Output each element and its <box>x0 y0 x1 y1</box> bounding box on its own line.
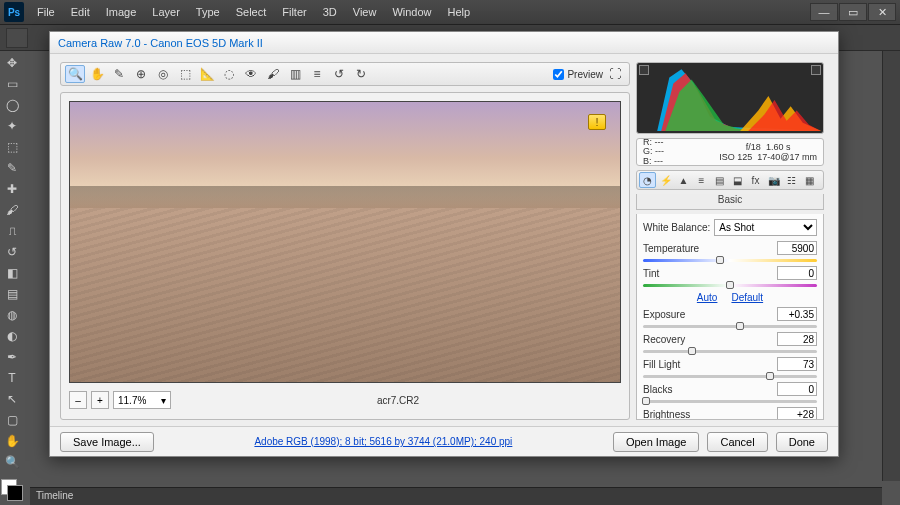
shadow-clip-icon[interactable] <box>639 65 649 75</box>
shape-tool-icon[interactable]: ▢ <box>1 410 23 430</box>
gradient-tool-icon[interactable]: ▤ <box>1 284 23 304</box>
rotate-cw-icon[interactable]: ↻ <box>351 65 371 83</box>
brush-tool-icon[interactable]: 🖌 <box>1 200 23 220</box>
brightness-slider[interactable]: Brightness <box>643 407 817 420</box>
cancel-button[interactable]: Cancel <box>707 432 767 452</box>
blacks-input[interactable] <box>777 382 817 396</box>
straighten-icon[interactable]: 📐 <box>197 65 217 83</box>
fullscreen-icon[interactable]: ⛶ <box>605 65 625 83</box>
blacks-slider[interactable]: Blacks <box>643 382 817 405</box>
blur-tool-icon[interactable]: ◍ <box>1 305 23 325</box>
menu-type[interactable]: Type <box>189 3 227 21</box>
crop-tool-icon[interactable]: ⬚ <box>1 137 23 157</box>
exposure-input[interactable] <box>777 307 817 321</box>
tools-panel: ✥ ▭ ◯ ✦ ⬚ ✎ ✚ 🖌 ⎍ ↺ ◧ ▤ ◍ ◐ ✒ T ↖ ▢ ✋ 🔍 <box>0 51 26 503</box>
temperature-slider[interactable]: Temperature <box>643 241 817 264</box>
workflow-link[interactable]: Adobe RGB (1998); 8 bit; 5616 by 3744 (2… <box>254 436 512 447</box>
dodge-tool-icon[interactable]: ◐ <box>1 326 23 346</box>
tint-slider[interactable]: Tint <box>643 266 817 289</box>
zoom-dropdown[interactable]: 11.7%▾ <box>113 391 171 409</box>
wand-tool-icon[interactable]: ✦ <box>1 116 23 136</box>
adjust-brush-icon[interactable]: 🖌 <box>263 65 283 83</box>
marquee-tool-icon[interactable]: ▭ <box>1 74 23 94</box>
menu-select[interactable]: Select <box>229 3 274 21</box>
target-adjust-icon[interactable]: ◎ <box>153 65 173 83</box>
menu-file[interactable]: File <box>30 3 62 21</box>
highlight-clip-icon[interactable] <box>811 65 821 75</box>
brightness-input[interactable] <box>777 407 817 420</box>
menu-view[interactable]: View <box>346 3 384 21</box>
default-link[interactable]: Default <box>731 292 763 303</box>
tab-snapshots-icon[interactable]: ▦ <box>801 172 818 188</box>
tab-detail-icon[interactable]: ▲ <box>675 172 692 188</box>
zoom-in-button[interactable]: + <box>91 391 109 409</box>
histogram[interactable] <box>636 62 824 134</box>
zoom-out-button[interactable]: – <box>69 391 87 409</box>
hand-tool-icon[interactable]: ✋ <box>1 431 23 451</box>
pen-tool-icon[interactable]: ✒ <box>1 347 23 367</box>
eraser-tool-icon[interactable]: ◧ <box>1 263 23 283</box>
tab-split-icon[interactable]: ▤ <box>711 172 728 188</box>
eyedropper-tool-icon[interactable]: ✎ <box>1 158 23 178</box>
crop-tool-icon[interactable]: ⬚ <box>175 65 195 83</box>
filllight-input[interactable] <box>777 357 817 371</box>
exposure-slider[interactable]: Exposure <box>643 307 817 330</box>
color-sampler-icon[interactable]: ⊕ <box>131 65 151 83</box>
tab-basic-icon[interactable]: ◔ <box>639 172 656 188</box>
tab-presets-icon[interactable]: ☷ <box>783 172 800 188</box>
recovery-slider[interactable]: Recovery <box>643 332 817 355</box>
tint-input[interactable] <box>777 266 817 280</box>
timeline-panel[interactable]: Timeline <box>30 487 882 505</box>
wb-dropdown[interactable]: As Shot <box>714 219 817 236</box>
menu-image[interactable]: Image <box>99 3 144 21</box>
tab-hsl-icon[interactable]: ≡ <box>693 172 710 188</box>
menu-filter[interactable]: Filter <box>275 3 313 21</box>
tab-fx-icon[interactable]: fx <box>747 172 764 188</box>
auto-link[interactable]: Auto <box>697 292 718 303</box>
preview-footer: – + 11.7%▾ acr7.CR2 <box>69 389 621 411</box>
open-image-button[interactable]: Open Image <box>613 432 700 452</box>
prefs-icon[interactable]: ≡ <box>307 65 327 83</box>
spot-removal-icon[interactable]: ◌ <box>219 65 239 83</box>
image-preview[interactable]: ! i <box>69 101 621 383</box>
recovery-input[interactable] <box>777 332 817 346</box>
history-brush-icon[interactable]: ↺ <box>1 242 23 262</box>
move-tool-icon[interactable]: ✥ <box>1 53 23 73</box>
preview-toggle[interactable]: Preview <box>553 69 603 80</box>
rotate-ccw-icon[interactable]: ↺ <box>329 65 349 83</box>
app-header: Ps File Edit Image Layer Type Select Fil… <box>0 0 900 25</box>
zoom-tool-icon[interactable]: 🔍 <box>1 452 23 472</box>
zoom-tool-icon[interactable]: 🔍 <box>65 65 85 83</box>
path-tool-icon[interactable]: ↖ <box>1 389 23 409</box>
redeye-icon[interactable]: 👁 <box>241 65 261 83</box>
tab-camera-icon[interactable]: 📷 <box>765 172 782 188</box>
save-image-button[interactable]: Save Image... <box>60 432 154 452</box>
lasso-tool-icon[interactable]: ◯ <box>1 95 23 115</box>
info-icon[interactable]: i <box>590 354 606 370</box>
hand-tool-icon[interactable]: ✋ <box>87 65 107 83</box>
menu-help[interactable]: Help <box>441 3 478 21</box>
wb-tool-icon[interactable]: ✎ <box>109 65 129 83</box>
menu-3d[interactable]: 3D <box>316 3 344 21</box>
tool-preset-icon[interactable] <box>6 28 28 48</box>
maximize-button[interactable]: ▭ <box>839 3 867 21</box>
menu-window[interactable]: Window <box>385 3 438 21</box>
minimize-button[interactable]: — <box>810 3 838 21</box>
menu-layer[interactable]: Layer <box>145 3 187 21</box>
panel-dock[interactable] <box>882 51 900 481</box>
done-button[interactable]: Done <box>776 432 828 452</box>
stamp-tool-icon[interactable]: ⎍ <box>1 221 23 241</box>
warning-icon[interactable]: ! <box>588 114 606 130</box>
filllight-slider[interactable]: Fill Light <box>643 357 817 380</box>
grad-filter-icon[interactable]: ▥ <box>285 65 305 83</box>
close-button[interactable]: ✕ <box>868 3 896 21</box>
temperature-input[interactable] <box>777 241 817 255</box>
main-menu: File Edit Image Layer Type Select Filter… <box>30 3 477 21</box>
type-tool-icon[interactable]: T <box>1 368 23 388</box>
color-swatches[interactable] <box>1 479 23 501</box>
tab-curve-icon[interactable]: ⚡ <box>657 172 674 188</box>
heal-tool-icon[interactable]: ✚ <box>1 179 23 199</box>
preview-checkbox[interactable] <box>553 69 564 80</box>
tab-lens-icon[interactable]: ⬓ <box>729 172 746 188</box>
menu-edit[interactable]: Edit <box>64 3 97 21</box>
